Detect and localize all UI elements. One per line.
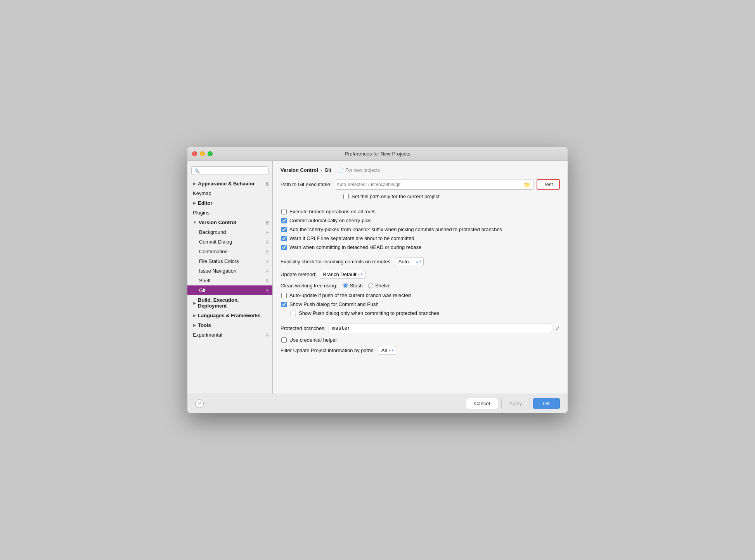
protected-branches-input[interactable] — [329, 323, 552, 333]
help-button[interactable]: ? — [195, 399, 204, 408]
cb7-label: Show Push dialog for Commit and Push — [289, 301, 379, 307]
main-content: 🔍 ▶ Appearance & Behavior ⎘ Keymap ▶ Edi… — [187, 161, 568, 394]
protected-branches-label: Protected branches: — [281, 325, 326, 331]
sidebar-item-background[interactable]: Background ⎘ — [187, 227, 272, 237]
stash-radio-option[interactable]: Stash — [343, 283, 363, 289]
copy-icon: ⎘ — [266, 269, 268, 273]
update-method-label: Update method: — [281, 271, 317, 277]
sidebar-item-label: Background — [199, 229, 226, 235]
sidebar-item-file-status-colors[interactable]: File Status Colors ⎘ — [187, 256, 272, 266]
update-method-row: Update method: Branch Default Merge Reba… — [281, 270, 560, 279]
cb6-label: Auto-update if push of the current branc… — [289, 292, 411, 298]
show-push-dialog-checkbox[interactable] — [281, 302, 287, 307]
stash-radio[interactable] — [343, 283, 348, 288]
sidebar-item-label: Version Control — [199, 220, 236, 225]
sidebar-item-label: Languages & Frameworks — [198, 313, 261, 318]
sidebar-item-git[interactable]: Git ⎘ — [187, 285, 272, 295]
sidebar-item-experimental[interactable]: Experimental ⎘ — [187, 330, 272, 340]
commit-cherry-pick-checkbox[interactable] — [281, 218, 287, 223]
sidebar-item-version-control[interactable]: ▼ Version Control ⎘ — [187, 218, 272, 227]
checkbox-row-3: Add the 'cherry-picked from <hash>' suff… — [281, 226, 560, 232]
sidebar-item-languages-frameworks[interactable]: ▶ Languages & Frameworks — [187, 311, 272, 320]
execute-branch-checkbox[interactable] — [281, 209, 287, 214]
copy-icon: ⎘ — [266, 249, 268, 254]
checkbox-row-1: Execute branch operations on all roots — [281, 209, 560, 214]
sidebar-item-keymap[interactable]: Keymap — [187, 188, 272, 198]
sidebar-item-commit-dialog[interactable]: Commit Dialog ⎘ — [187, 237, 272, 247]
search-box[interactable]: 🔍 — [191, 166, 268, 175]
sidebar-item-label: Git — [199, 287, 206, 293]
breadcrumb-sep: › — [320, 167, 322, 173]
breadcrumb-part1: Version Control — [281, 167, 318, 173]
clean-tree-label: Clean working tree using: — [281, 283, 338, 289]
info-icon: 📄 — [338, 168, 344, 173]
filter-update-select[interactable]: All — [378, 346, 396, 355]
show-push-protected-checkbox[interactable] — [291, 311, 296, 316]
sidebar-item-plugins[interactable]: Plugins — [187, 208, 272, 218]
arrow-icon: ▶ — [193, 181, 196, 186]
cancel-button[interactable]: Cancel — [466, 398, 498, 409]
shelve-radio-option[interactable]: Shelve — [368, 283, 391, 289]
cb4-label: Warn if CRLF line separators are about t… — [289, 235, 414, 241]
git-path-label: Path to Git executable: — [281, 181, 332, 187]
auto-update-rejected-checkbox[interactable] — [281, 293, 287, 298]
sidebar-item-issue-navigation[interactable]: Issue Navigation ⎘ — [187, 266, 272, 276]
sidebar-item-label: Appearance & Behavior — [198, 181, 255, 187]
checkbox-row-2: Commit automatically on cherry-pick — [281, 218, 560, 223]
sidebar-item-build-execution[interactable]: ▶ Build, Execution, Deployment — [187, 295, 272, 311]
traffic-lights — [192, 151, 213, 156]
titlebar: Preferences for New Projects — [187, 147, 568, 161]
main-panel: Version Control › Git 📄 For new projects… — [273, 161, 568, 394]
incoming-commits-label: Explicitly check for incoming commits on… — [281, 259, 392, 264]
search-icon: 🔍 — [194, 168, 200, 173]
sidebar-item-shelf[interactable]: Shelf ⎘ — [187, 276, 272, 285]
apply-button[interactable]: Apply — [501, 398, 530, 409]
sidebar-item-label: Build, Execution, Deployment — [198, 297, 268, 309]
copy-icon: ⎘ — [266, 259, 268, 264]
copy-icon: ⎘ — [266, 230, 268, 235]
ok-button[interactable]: OK — [533, 398, 560, 409]
copy-icon: ⎘ — [266, 220, 268, 225]
sidebar-item-label: Plugins — [193, 210, 210, 216]
protected-branches-row: Protected branches: ⤢ — [281, 323, 560, 333]
checkbox-row-8: Show Push dialog only when committing to… — [281, 310, 560, 316]
shelve-radio[interactable] — [368, 283, 373, 288]
sidebar-item-label: File Status Colors — [199, 258, 239, 264]
sidebar-item-label: Experimental — [193, 332, 222, 338]
cherry-pick-suffix-checkbox[interactable] — [281, 227, 287, 232]
arrow-icon: ▶ — [193, 301, 196, 305]
warn-detached-checkbox[interactable] — [281, 245, 287, 250]
checkbox-row-6: Auto-update if push of the current branc… — [281, 292, 560, 298]
sidebar-item-confirmation[interactable]: Confirmation ⎘ — [187, 247, 272, 256]
incoming-commits-select[interactable]: Auto Always Never — [395, 257, 424, 266]
checkbox-row-9: Use credential helper — [281, 337, 560, 343]
cb3-label: Add the 'cherry-picked from <hash>' suff… — [289, 226, 502, 232]
git-path-input[interactable] — [337, 182, 523, 187]
update-method-select[interactable]: Branch Default Merge Rebase — [320, 270, 365, 279]
folder-browse-button[interactable]: 📁 — [523, 181, 532, 188]
cb9-label: Use credential helper — [289, 337, 337, 343]
shelve-label: Shelve — [375, 283, 391, 289]
close-button[interactable] — [192, 151, 197, 156]
checkbox-row-4: Warn if CRLF line separators are about t… — [281, 235, 560, 241]
minimize-button[interactable] — [200, 151, 205, 156]
test-button[interactable]: Test — [537, 179, 560, 190]
sidebar-item-label: Confirmation — [199, 249, 228, 254]
filter-update-select-wrap: All ▲▼ — [378, 346, 396, 355]
sidebar-item-tools[interactable]: ▶ Tools — [187, 320, 272, 330]
expand-button[interactable]: ⤢ — [555, 325, 560, 331]
sidebar-item-label: Tools — [198, 322, 211, 328]
set-path-checkbox[interactable] — [343, 194, 349, 199]
use-credential-helper-checkbox[interactable] — [281, 337, 287, 343]
maximize-button[interactable] — [208, 151, 213, 156]
sidebar-item-editor[interactable]: ▶ Editor — [187, 198, 272, 208]
cb8-label: Show Push dialog only when committing to… — [299, 310, 439, 316]
checkbox-row-7: Show Push dialog for Commit and Push — [281, 301, 560, 307]
warn-crlf-checkbox[interactable] — [281, 236, 287, 241]
sidebar-item-label: Issue Navigation — [199, 268, 236, 274]
set-path-label: Set this path only for the current proje… — [352, 194, 440, 199]
copy-icon: ⎘ — [266, 333, 268, 337]
breadcrumb-info: 📄 For new projects — [338, 168, 380, 173]
sidebar-item-appearance[interactable]: ▶ Appearance & Behavior ⎘ — [187, 179, 272, 188]
search-input[interactable] — [202, 168, 265, 173]
